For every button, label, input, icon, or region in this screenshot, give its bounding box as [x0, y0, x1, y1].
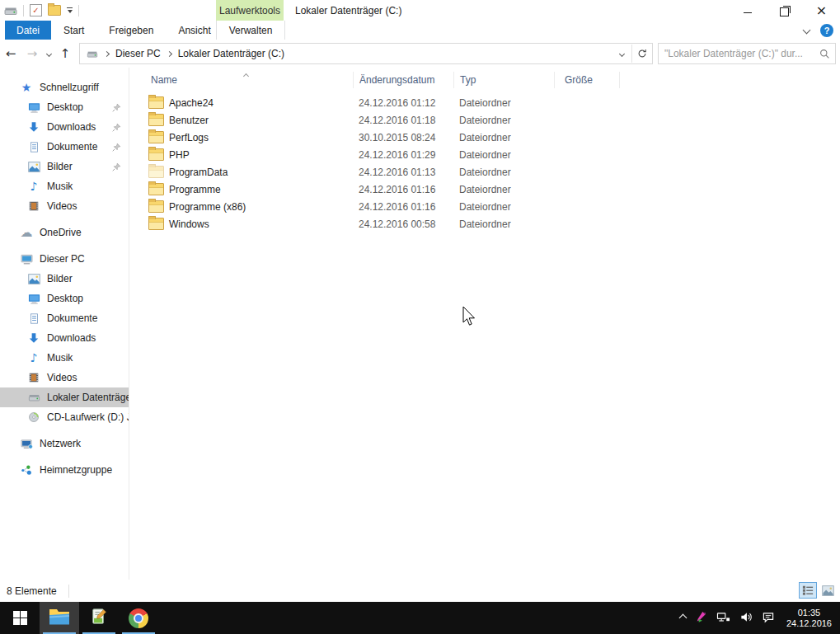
pictures-icon — [27, 272, 40, 285]
sidebar-item-netzwerk[interactable]: Netzwerk — [0, 434, 129, 453]
table-row[interactable]: Apache24 24.12.2016 01:12 Dateiordner — [130, 94, 840, 111]
pin-icon — [112, 123, 121, 132]
pictures-icon — [27, 160, 40, 173]
tab-ansicht[interactable]: Ansicht — [166, 21, 223, 40]
desktop-icon — [27, 292, 40, 305]
expand-ribbon-icon[interactable] — [803, 26, 811, 35]
downloads-icon — [27, 331, 40, 345]
taskbar: 01:35 24.12.2016 — [0, 602, 840, 634]
sidebar-item-dokumente[interactable]: Dokumente — [0, 137, 129, 157]
start-button[interactable] — [0, 602, 40, 634]
sidebar-item-pc-videos[interactable]: Videos — [0, 368, 129, 387]
restore-icon — [780, 7, 789, 16]
close-button[interactable]: × — [803, 0, 840, 21]
folder-icon — [148, 114, 164, 126]
homegroup-group: Heimnetzgruppe — [0, 460, 129, 480]
onedrive-group: ☁ OneDrive — [0, 223, 129, 242]
tray-expand-icon[interactable] — [678, 614, 687, 622]
sidebar-item-cd-laufwerk[interactable]: CD-Laufwerk (D:) J_ — [0, 407, 129, 427]
taskbar-editor-button[interactable] — [79, 602, 119, 634]
sidebar-item-pc-desktop[interactable]: Desktop — [0, 289, 129, 308]
title-bar: ✓ Laufwerktools Lokaler Datenträger (C:)… — [0, 0, 840, 21]
window-drive-icon — [4, 4, 17, 17]
sidebar-item-onedrive[interactable]: ☁ OneDrive — [0, 223, 129, 242]
help-icon[interactable]: ? — [820, 24, 833, 37]
forward-button[interactable]: → — [21, 46, 43, 61]
sidebar-item-heimnetzgruppe[interactable]: Heimnetzgruppe — [0, 460, 129, 480]
table-row[interactable]: Benutzer 24.12.2016 01:18 Dateiordner — [130, 111, 840, 129]
breadcrumb-dieser-pc[interactable]: Dieser PC — [115, 48, 161, 59]
ribbon-controls: ? — [804, 21, 833, 40]
properties-check-icon[interactable]: ✓ — [30, 4, 42, 16]
address-dropdown-icon[interactable] — [612, 45, 631, 63]
customize-quick-access-icon[interactable] — [67, 7, 73, 14]
table-row[interactable]: Programme (x86) 24.12.2016 01:16 Dateior… — [130, 198, 840, 215]
tray-app-icon[interactable] — [695, 611, 707, 626]
breadcrumb-separator-icon[interactable] — [104, 50, 110, 56]
breadcrumb-lokaler-datentraeger[interactable]: Lokaler Datenträger (C:) — [178, 48, 284, 59]
sidebar-item-musik[interactable]: ♪ Musik — [0, 176, 129, 196]
breadcrumb-separator-icon[interactable] — [167, 50, 172, 56]
table-row[interactable]: ProgramData 24.12.2016 01:13 Dateiordner — [130, 163, 840, 181]
action-center-icon[interactable] — [762, 611, 775, 626]
folder-icon — [148, 131, 164, 143]
table-row[interactable]: PHP 24.12.2016 01:29 Dateiordner — [130, 146, 840, 163]
onedrive-cloud-icon: ☁ — [20, 226, 33, 239]
taskbar-clock[interactable]: 01:35 24.12.2016 — [784, 608, 832, 629]
search-input[interactable] — [659, 48, 819, 59]
back-button[interactable]: ← — [0, 46, 21, 61]
tab-verwalten[interactable]: Verwalten — [216, 21, 285, 40]
desktop-icon — [27, 101, 40, 114]
close-icon: × — [816, 4, 827, 17]
drive-icon — [86, 49, 98, 59]
text-editor-icon — [90, 607, 108, 629]
address-bar[interactable]: Dieser PC Lokaler Datenträger (C:) — [79, 43, 653, 64]
sidebar-item-downloads[interactable]: Downloads — [0, 117, 129, 137]
chrome-icon — [129, 608, 148, 628]
status-bar: 8 Elemente — [0, 580, 840, 602]
minimize-button[interactable] — [729, 0, 766, 21]
thumbnail-view-button[interactable] — [819, 582, 837, 599]
taskbar-file-explorer-button[interactable] — [40, 602, 79, 634]
up-button[interactable]: ↑ — [54, 46, 76, 61]
pin-icon — [112, 103, 121, 112]
folder-icon — [148, 200, 164, 213]
quick-access-toolbar: ✓ — [0, 4, 79, 17]
contextual-tool-group[interactable]: Laufwerktools — [216, 0, 284, 21]
recent-locations-icon[interactable] — [43, 52, 54, 56]
tab-start[interactable]: Start — [51, 21, 96, 40]
sidebar-item-desktop[interactable]: Desktop — [0, 97, 129, 117]
volume-icon[interactable] — [739, 611, 753, 626]
quick-access-group: ★ Schnellzugriff Desktop Downloads Dokum… — [0, 77, 129, 216]
refresh-icon[interactable] — [631, 45, 652, 63]
sidebar-item-pc-downloads[interactable]: Downloads — [0, 328, 129, 348]
network-tray-icon[interactable] — [716, 611, 730, 626]
sidebar-item-pc-musik[interactable]: ♪ Musik — [0, 348, 129, 368]
details-view-button[interactable] — [799, 582, 817, 599]
network-group: Netzwerk — [0, 434, 129, 453]
column-header-aenderungsdatum[interactable]: Änderungsdatum — [353, 72, 453, 88]
sidebar-item-dieser-pc[interactable]: Dieser PC — [0, 249, 129, 269]
column-header-name[interactable]: Name — [130, 72, 353, 88]
column-header-typ[interactable]: Typ — [453, 72, 554, 88]
sidebar-item-pc-dokumente[interactable]: Dokumente — [0, 308, 129, 328]
sidebar-item-videos[interactable]: Videos — [0, 196, 129, 216]
search-icon[interactable] — [819, 49, 835, 59]
sidebar-item-pc-bilder[interactable]: Bilder — [0, 269, 129, 289]
taskbar-chrome-button[interactable] — [119, 602, 158, 634]
tab-datei[interactable]: Datei — [5, 21, 51, 40]
folder-icon — [148, 218, 164, 230]
sidebar-item-lokaler-datentraeger[interactable]: Lokaler Datenträger — [0, 387, 129, 407]
music-icon: ♪ — [27, 180, 40, 193]
tab-freigeben[interactable]: Freigeben — [96, 21, 166, 40]
restore-button[interactable] — [766, 0, 803, 21]
sidebar-item-bilder[interactable]: Bilder — [0, 157, 129, 176]
table-row[interactable]: Programme 24.12.2016 01:16 Dateiordner — [130, 181, 840, 198]
table-row[interactable]: PerfLogs 30.10.2015 08:24 Dateiordner — [130, 129, 840, 146]
sidebar-item-schnellzugriff[interactable]: ★ Schnellzugriff — [0, 77, 129, 97]
new-folder-icon[interactable] — [48, 5, 61, 16]
divider — [68, 585, 69, 598]
search-box[interactable] — [658, 43, 836, 64]
column-header-groesse[interactable]: Größe — [554, 72, 620, 88]
table-row[interactable]: Windows 24.12.2016 00:58 Dateiordner — [130, 215, 840, 232]
